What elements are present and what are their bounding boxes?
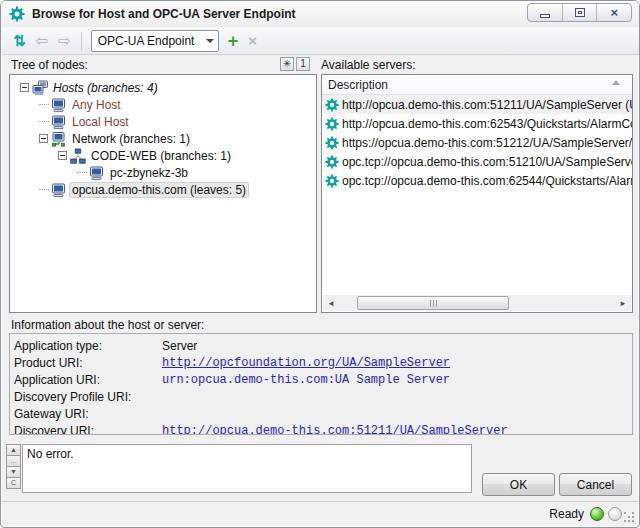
- chevron-down-icon: [202, 39, 218, 43]
- gear-icon: [9, 6, 25, 22]
- product-uri-link[interactable]: http://opcfoundation.org/UA/SampleServer: [162, 356, 450, 370]
- horizontal-scrollbar[interactable]: ◂ ▸: [323, 295, 631, 311]
- gear-icon: [325, 98, 339, 112]
- caption-buttons: ×: [527, 3, 632, 22]
- status-text: Ready: [549, 507, 584, 521]
- description-column-header[interactable]: Description: [322, 75, 632, 95]
- sort-ascending-icon: [612, 80, 620, 85]
- maximize-button[interactable]: [562, 4, 597, 21]
- info-row: Application URI: urn:opcua.demo-this.com…: [14, 371, 632, 388]
- tree-node-hosts[interactable]: Hosts (branches: 4): [18, 79, 316, 96]
- column-header-label: Description: [328, 78, 388, 92]
- dialog-browse-opcua: Browse for Host and OPC-UA Server Endpoi…: [0, 0, 640, 528]
- tree-of-nodes[interactable]: Hosts (branches: 4) Any Host Local Host …: [9, 74, 317, 313]
- computer-icon: [89, 165, 105, 181]
- tree-node-label: Network (branches: 1): [69, 131, 193, 147]
- scroll-left-icon[interactable]: ◂: [323, 295, 339, 311]
- forward-icon[interactable]: ⇨: [58, 33, 71, 48]
- server-row[interactable]: opc.tcp://opcua.demo-this.com:62544/Quic…: [322, 171, 632, 190]
- server-row[interactable]: http://opcua.demo-this.com:62543/Quickst…: [322, 114, 632, 133]
- tree-node-label: CODE-WEB (branches: 1): [88, 148, 234, 164]
- application-uri-value: urn:opcua.demo-this.com:UA Sample Server: [162, 373, 450, 387]
- info-label: Discovery Profile URI:: [14, 390, 162, 404]
- tree-node-network[interactable]: Network (branches: 1): [37, 130, 316, 147]
- tree-node-code-web[interactable]: CODE-WEB (branches: 1): [56, 147, 316, 164]
- info-row: Product URI: http://opcfoundation.org/UA…: [14, 354, 632, 371]
- toolbar-separator: [81, 32, 82, 50]
- endpoint-mode-value: OPC-UA Endpoint: [92, 34, 202, 48]
- tree-node-label: opcua.demo-this.com (leaves: 5): [69, 182, 249, 198]
- info-label: Gateway URI:: [14, 407, 162, 421]
- gear-icon: [325, 155, 339, 169]
- tree-node-label: pc-zbynekz-3b: [107, 165, 191, 181]
- scrollbar-track[interactable]: [339, 295, 615, 311]
- available-servers-label: Available servers:: [321, 58, 416, 72]
- add-icon[interactable]: +: [228, 32, 239, 50]
- info-row: Application type: Server: [14, 337, 632, 354]
- refresh-icon[interactable]: ⇅: [13, 33, 26, 48]
- tree-connector: [39, 104, 49, 105]
- tree-node-any-host[interactable]: Any Host: [37, 96, 316, 113]
- delete-icon[interactable]: ×: [248, 33, 257, 48]
- maximize-icon: [575, 8, 585, 17]
- toolbar: ⇅ ⇦ ⇨ OPC-UA Endpoint + ×: [2, 27, 640, 55]
- info-label: Application type:: [14, 339, 162, 353]
- info-row: Gateway URI:: [14, 405, 632, 422]
- server-description: https://opcua.demo-this.com:51212/UA/Sam…: [342, 136, 632, 150]
- server-row[interactable]: https://opcua.demo-this.com:51212/UA/Sam…: [322, 133, 632, 152]
- status-led-gray: [608, 507, 622, 521]
- endpoint-mode-dropdown[interactable]: OPC-UA Endpoint: [91, 30, 219, 52]
- tree-node-opcua-demo[interactable]: opcua.demo-this.com (leaves: 5): [37, 181, 316, 198]
- workgroup-icon: [70, 148, 86, 164]
- tree-of-nodes-label: Tree of nodes:: [11, 58, 88, 72]
- expand-all-button[interactable]: ✳: [280, 57, 294, 71]
- info-label: Product URI:: [14, 356, 162, 370]
- info-row: Discovery Profile URI:: [14, 388, 632, 405]
- cancel-button[interactable]: Cancel: [559, 473, 632, 496]
- collapse-toggle[interactable]: [58, 151, 67, 160]
- server-description: opc.tcp://opcua.demo-this.com:62544/Quic…: [342, 174, 632, 188]
- collapse-toggle[interactable]: [20, 83, 29, 92]
- server-description: http://opcua.demo-this.com:51211/UA/Samp…: [342, 98, 632, 112]
- info-panel-label: Information about the host or server:: [11, 318, 204, 332]
- minimize-button[interactable]: [528, 4, 562, 21]
- status-led-green: [590, 507, 604, 521]
- close-button[interactable]: ×: [596, 4, 631, 21]
- computer-icon: [51, 97, 67, 113]
- server-description: http://opcua.demo-this.com:62543/Quickst…: [342, 117, 632, 131]
- tree-node-label: Local Host: [69, 114, 132, 130]
- computer-icon: [51, 182, 67, 198]
- tree-node-pc[interactable]: pc-zbynekz-3b: [75, 164, 316, 181]
- collapse-level-button[interactable]: 1: [296, 57, 310, 71]
- tree-node-label: Hosts (branches: 4): [50, 80, 161, 96]
- back-icon[interactable]: ⇦: [36, 33, 49, 48]
- error-message-box: No error.: [22, 444, 472, 493]
- collapse-toggle[interactable]: [39, 134, 48, 143]
- tree-connector: [77, 172, 87, 173]
- info-panel: Application type: Server Product URI: ht…: [9, 333, 633, 435]
- available-servers-list[interactable]: Description http://opcua.demo-this.com:5…: [321, 74, 633, 313]
- discovery-uri-link[interactable]: http://opcua.demo-this.com:51211/UA/Samp…: [162, 424, 508, 436]
- tree-connector: [39, 189, 49, 190]
- resize-grip[interactable]: [624, 512, 636, 524]
- gear-icon: [325, 117, 339, 131]
- tree-connector: [39, 121, 49, 122]
- tree-node-local-host[interactable]: Local Host: [37, 113, 316, 130]
- hosts-icon: [32, 80, 48, 96]
- status-bar: Ready: [2, 501, 638, 526]
- server-row[interactable]: opc.tcp://opcua.demo-this.com:51210/UA/S…: [322, 152, 632, 171]
- log-button-strip: ▲ … ▼ C: [6, 444, 21, 488]
- scrollbar-thumb[interactable]: [357, 296, 509, 310]
- close-icon: ×: [610, 5, 618, 20]
- ok-button[interactable]: OK: [482, 473, 555, 496]
- scroll-right-icon[interactable]: ▸: [615, 295, 631, 311]
- log-clear-button[interactable]: C: [6, 477, 21, 489]
- info-label: Discovery URI:: [14, 424, 162, 436]
- info-label: Application URI:: [14, 373, 162, 387]
- server-row[interactable]: http://opcua.demo-this.com:51211/UA/Samp…: [322, 95, 632, 114]
- network-icon: [51, 131, 67, 147]
- computer-icon: [51, 114, 67, 130]
- window-title: Browse for Host and OPC-UA Server Endpoi…: [32, 7, 296, 21]
- server-description: opc.tcp://opcua.demo-this.com:51210/UA/S…: [342, 155, 632, 169]
- minimize-icon: [540, 14, 550, 18]
